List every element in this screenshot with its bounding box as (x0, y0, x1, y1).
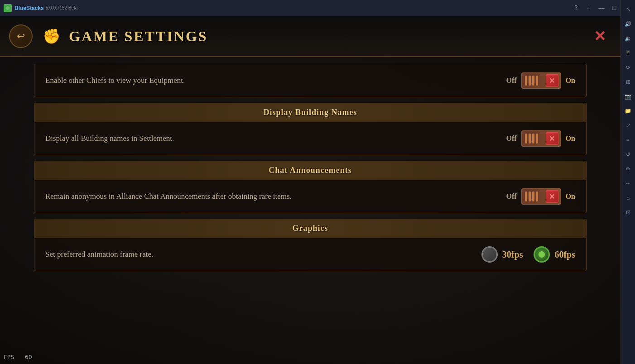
sidebar-layers-icon[interactable]: ≡ (622, 134, 634, 146)
settings-icon: ✊ (40, 24, 63, 48)
maximize-button[interactable]: □ (610, 4, 619, 13)
fps-60-option[interactable]: 60fps (534, 246, 575, 263)
graphics-header: Graphics (34, 219, 586, 238)
sidebar-camera-icon[interactable]: 📷 (622, 91, 634, 102)
menu-icon[interactable]: ≡ (584, 4, 593, 13)
fps-options-container: 30fps 60fps (481, 246, 575, 263)
graphics-row: Set preferred animation frame rate. 30fp… (34, 238, 586, 271)
close-button[interactable]: ✕ (588, 24, 611, 48)
building-names-on-label: On (566, 134, 575, 143)
bar-1 (525, 76, 527, 86)
chat-announcements-row: Remain anonymous in Alliance Chat Announ… (34, 180, 586, 213)
bar-11 (532, 192, 534, 201)
bluestacks-logo (4, 4, 12, 12)
toggle-x-mark: ✕ (546, 74, 558, 87)
sidebar-rotate-icon[interactable]: ⟳ (622, 62, 634, 73)
toggle-bars-3 (522, 192, 538, 201)
fps-counter-label: FPS (4, 354, 14, 360)
sidebar-folder-icon[interactable]: 📁 (622, 105, 634, 117)
building-names-header: Display Building Names (34, 103, 586, 122)
building-names-row: Display all Building names in Settlement… (34, 122, 586, 155)
graphics-title: Graphics (292, 224, 328, 233)
equipment-description: Enable other Chiefs to view your Equipme… (45, 75, 506, 86)
bar-5 (525, 134, 527, 144)
fps-30-radio[interactable] (481, 246, 498, 263)
graphics-section: Graphics Set preferred animation frame r… (34, 219, 587, 271)
bar-6 (529, 134, 531, 144)
sidebar-expand-icon[interactable]: ⤡ (622, 4, 634, 15)
chat-off-label: Off (506, 192, 517, 201)
back-icon: ↩ (17, 30, 25, 42)
sidebar-grid-icon[interactable]: ⊞ (622, 76, 634, 88)
brand-name: BlueStacks (14, 5, 44, 11)
settings-panel: Enable other Chiefs to view your Equipme… (34, 64, 587, 355)
minimize-button[interactable]: — (597, 4, 606, 13)
building-names-title: Display Building Names (263, 108, 357, 117)
sidebar-recent-icon[interactable]: ⊡ (622, 206, 634, 218)
toggle-x-mark-2: ✕ (546, 132, 558, 145)
bar-8 (536, 134, 538, 144)
sidebar-volume-down-icon[interactable]: 🔉 (622, 33, 634, 44)
bar-3 (532, 76, 534, 86)
fps-counter-value: 60 (25, 354, 32, 360)
titlebar: BlueStacks 5.0.0.7152 Beta ? ≡ — □ ✕ (0, 0, 635, 16)
fps-30-option[interactable]: 30fps (481, 246, 523, 263)
sidebar-settings-icon[interactable]: ⚙ (622, 163, 634, 175)
chat-announcements-toggle-container: Off ✕ On (506, 188, 575, 205)
sidebar-volume-up-icon[interactable]: 🔊 (622, 18, 634, 30)
equipment-toggle-container: Off ✕ On (506, 72, 575, 89)
fps-counter: FPS 60 (4, 354, 32, 360)
sidebar-back-icon[interactable]: ← (622, 177, 634, 189)
toggle-bars (522, 76, 538, 86)
building-names-toggle-container: Off ✕ On (506, 130, 575, 147)
equipment-on-label: On (566, 77, 575, 85)
bar-12 (536, 192, 538, 201)
sidebar-screen-icon[interactable]: 📱 (622, 47, 634, 59)
close-icon: ✕ (594, 28, 606, 45)
building-names-section: Display Building Names Display all Build… (34, 103, 587, 155)
bar-2 (529, 76, 531, 86)
equipment-off-label: Off (506, 77, 517, 85)
game-area: ↩ ✊ GAME SETTINGS ✕ Enable other Chiefs … (0, 16, 621, 364)
back-button[interactable]: ↩ (9, 24, 33, 48)
sidebar-home-icon[interactable]: ⌂ (622, 192, 634, 204)
graphics-description: Set preferred animation frame rate. (45, 249, 481, 260)
building-names-toggle[interactable]: ✕ (521, 130, 561, 147)
toggle-x-mark-3: ✕ (546, 190, 558, 203)
bar-10 (529, 192, 531, 201)
building-names-off-label: Off (506, 134, 517, 143)
version-label: 5.0.0.7152 Beta (46, 5, 78, 10)
chat-announcements-section: Chat Announcements Remain anonymous in A… (34, 161, 587, 213)
sidebar-resize-icon[interactable]: ⤢ (622, 120, 634, 131)
equipment-toggle[interactable]: ✕ (521, 72, 561, 89)
toggle-bars-2 (522, 134, 538, 144)
fps-30-label: 30fps (502, 249, 523, 260)
sidebar-refresh-icon[interactable]: ↺ (622, 148, 634, 160)
chat-announcements-toggle[interactable]: ✕ (521, 188, 561, 205)
bar-7 (532, 134, 534, 144)
chat-announcements-header: Chat Announcements (34, 161, 586, 180)
right-sidebar: ⤡ 🔊 🔉 📱 ⟳ ⊞ 📷 📁 ⤢ ≡ ↺ ⚙ ← ⌂ ⊡ (621, 0, 635, 364)
fps-60-label: 60fps (554, 249, 575, 260)
equipment-section: Enable other Chiefs to view your Equipme… (34, 64, 587, 97)
building-names-description: Display all Building names in Settlement… (45, 133, 506, 144)
page-title: GAME SETTINGS (69, 28, 208, 45)
bar-9 (525, 192, 527, 201)
bar-4 (536, 76, 538, 86)
help-icon[interactable]: ? (572, 4, 581, 13)
header-bar: ↩ ✊ GAME SETTINGS ✕ (0, 16, 621, 57)
equipment-row: Enable other Chiefs to view your Equipme… (34, 64, 586, 97)
fps-60-radio[interactable] (534, 246, 550, 263)
chat-announcements-description: Remain anonymous in Alliance Chat Announ… (45, 191, 506, 202)
chat-announcements-title: Chat Announcements (269, 166, 352, 175)
chat-on-label: On (566, 192, 575, 201)
